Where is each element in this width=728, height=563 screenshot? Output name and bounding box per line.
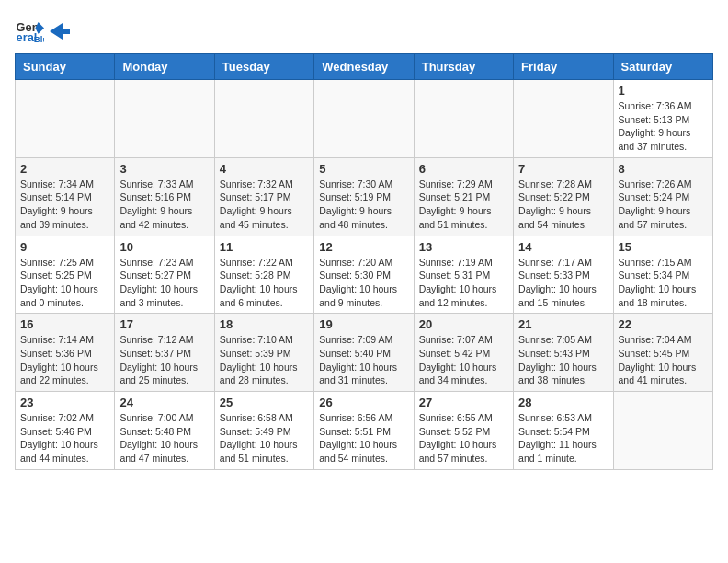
day-number: 6 — [419, 162, 508, 176]
day-number: 4 — [220, 162, 309, 176]
day-info: Sunrise: 6:56 AM Sunset: 5:51 PM Dayligh… — [319, 411, 408, 465]
calendar-cell — [16, 80, 115, 158]
day-info: Sunrise: 7:25 AM Sunset: 5:25 PM Dayligh… — [20, 256, 109, 310]
day-info: Sunrise: 7:34 AM Sunset: 5:14 PM Dayligh… — [20, 178, 109, 232]
calendar-cell: 15Sunrise: 7:15 AM Sunset: 5:34 PM Dayli… — [613, 236, 712, 314]
calendar-header-monday: Monday — [115, 54, 214, 80]
calendar-cell: 3Sunrise: 7:33 AM Sunset: 5:16 PM Daylig… — [115, 157, 214, 236]
day-number: 20 — [419, 317, 508, 331]
day-info: Sunrise: 6:58 AM Sunset: 5:49 PM Dayligh… — [220, 411, 309, 465]
calendar-header-thursday: Thursday — [414, 54, 513, 80]
calendar-cell: 6Sunrise: 7:29 AM Sunset: 5:21 PM Daylig… — [414, 157, 513, 236]
day-number: 13 — [419, 240, 508, 254]
day-number: 8 — [619, 162, 708, 176]
calendar-cell — [214, 80, 313, 158]
day-number: 7 — [518, 162, 608, 176]
calendar-cell: 10Sunrise: 7:23 AM Sunset: 5:27 PM Dayli… — [115, 236, 214, 314]
calendar-cell: 23Sunrise: 7:02 AM Sunset: 5:46 PM Dayli… — [16, 392, 115, 470]
calendar-cell: 2Sunrise: 7:34 AM Sunset: 5:14 PM Daylig… — [16, 157, 115, 236]
calendar-table: SundayMondayTuesdayWednesdayThursdayFrid… — [15, 53, 713, 470]
day-info: Sunrise: 7:14 AM Sunset: 5:36 PM Dayligh… — [20, 333, 109, 387]
day-info: Sunrise: 6:55 AM Sunset: 5:52 PM Dayligh… — [419, 411, 508, 465]
day-number: 10 — [119, 240, 209, 254]
day-info: Sunrise: 7:30 AM Sunset: 5:19 PM Dayligh… — [319, 178, 408, 232]
day-number: 21 — [518, 317, 608, 331]
page-header: Gen eral Blue — [15, 15, 713, 44]
day-number: 16 — [20, 317, 109, 331]
day-info: Sunrise: 7:36 AM Sunset: 5:13 PM Dayligh… — [619, 99, 708, 154]
day-info: Sunrise: 7:22 AM Sunset: 5:28 PM Dayligh… — [220, 256, 309, 310]
day-number: 19 — [319, 317, 408, 331]
day-info: Sunrise: 7:15 AM Sunset: 5:34 PM Dayligh… — [619, 256, 708, 310]
calendar-cell: 14Sunrise: 7:17 AM Sunset: 5:33 PM Dayli… — [514, 236, 613, 314]
day-number: 1 — [619, 84, 708, 98]
day-number: 5 — [319, 162, 408, 176]
day-info: Sunrise: 7:04 AM Sunset: 5:45 PM Dayligh… — [619, 333, 708, 387]
calendar-cell: 27Sunrise: 6:55 AM Sunset: 5:52 PM Dayli… — [414, 392, 513, 470]
calendar-cell: 13Sunrise: 7:19 AM Sunset: 5:31 PM Dayli… — [414, 236, 513, 314]
calendar-cell: 20Sunrise: 7:07 AM Sunset: 5:42 PM Dayli… — [414, 314, 513, 392]
day-info: Sunrise: 7:26 AM Sunset: 5:24 PM Dayligh… — [619, 178, 708, 232]
calendar-cell: 1Sunrise: 7:36 AM Sunset: 5:13 PM Daylig… — [613, 80, 712, 158]
day-number: 3 — [119, 162, 209, 176]
calendar-cell: 5Sunrise: 7:30 AM Sunset: 5:19 PM Daylig… — [314, 157, 414, 236]
day-number: 15 — [619, 240, 708, 254]
day-info: Sunrise: 7:02 AM Sunset: 5:46 PM Dayligh… — [20, 411, 109, 465]
day-info: Sunrise: 7:12 AM Sunset: 5:37 PM Dayligh… — [119, 333, 209, 387]
svg-text:Blue: Blue — [34, 34, 44, 44]
day-info: Sunrise: 6:53 AM Sunset: 5:54 PM Dayligh… — [518, 411, 608, 465]
day-number: 28 — [518, 396, 608, 409]
calendar-week-row: 23Sunrise: 7:02 AM Sunset: 5:46 PM Dayli… — [16, 392, 713, 470]
calendar-cell: 17Sunrise: 7:12 AM Sunset: 5:37 PM Dayli… — [115, 314, 214, 392]
calendar-cell — [115, 80, 214, 158]
day-info: Sunrise: 7:29 AM Sunset: 5:21 PM Dayligh… — [419, 178, 508, 232]
day-number: 14 — [518, 240, 608, 254]
calendar-cell: 7Sunrise: 7:28 AM Sunset: 5:22 PM Daylig… — [514, 157, 613, 236]
day-info: Sunrise: 7:05 AM Sunset: 5:43 PM Dayligh… — [518, 333, 608, 387]
day-number: 9 — [20, 240, 109, 254]
day-number: 22 — [619, 317, 708, 331]
calendar-week-row: 2Sunrise: 7:34 AM Sunset: 5:14 PM Daylig… — [16, 157, 713, 236]
calendar-week-row: 16Sunrise: 7:14 AM Sunset: 5:36 PM Dayli… — [16, 314, 713, 392]
calendar-cell — [314, 80, 414, 158]
calendar-header-row: SundayMondayTuesdayWednesdayThursdayFrid… — [16, 54, 713, 80]
calendar-cell: 8Sunrise: 7:26 AM Sunset: 5:24 PM Daylig… — [613, 157, 712, 236]
day-number: 27 — [419, 396, 508, 409]
day-info: Sunrise: 7:20 AM Sunset: 5:30 PM Dayligh… — [319, 256, 408, 310]
calendar-week-row: 1Sunrise: 7:36 AM Sunset: 5:13 PM Daylig… — [16, 80, 713, 158]
calendar-cell: 9Sunrise: 7:25 AM Sunset: 5:25 PM Daylig… — [16, 236, 115, 314]
calendar-cell — [514, 80, 613, 158]
svg-marker-4 — [50, 23, 70, 40]
day-info: Sunrise: 7:10 AM Sunset: 5:39 PM Dayligh… — [220, 333, 309, 387]
calendar-header-wednesday: Wednesday — [314, 54, 414, 80]
day-number: 17 — [119, 317, 209, 331]
calendar-cell: 21Sunrise: 7:05 AM Sunset: 5:43 PM Dayli… — [514, 314, 613, 392]
day-number: 26 — [319, 396, 408, 409]
calendar-header-sunday: Sunday — [16, 54, 115, 80]
day-info: Sunrise: 7:09 AM Sunset: 5:40 PM Dayligh… — [319, 333, 408, 387]
day-number: 12 — [319, 240, 408, 254]
calendar-header-tuesday: Tuesday — [214, 54, 313, 80]
day-number: 23 — [20, 396, 109, 409]
day-info: Sunrise: 7:23 AM Sunset: 5:27 PM Dayligh… — [119, 256, 209, 310]
calendar-cell: 19Sunrise: 7:09 AM Sunset: 5:40 PM Dayli… — [314, 314, 414, 392]
day-info: Sunrise: 7:07 AM Sunset: 5:42 PM Dayligh… — [419, 333, 508, 387]
calendar-cell: 12Sunrise: 7:20 AM Sunset: 5:30 PM Dayli… — [314, 236, 414, 314]
logo-arrow-icon — [50, 23, 70, 40]
day-info: Sunrise: 7:17 AM Sunset: 5:33 PM Dayligh… — [518, 256, 608, 310]
day-number: 25 — [220, 396, 309, 409]
day-info: Sunrise: 7:00 AM Sunset: 5:48 PM Dayligh… — [119, 411, 209, 465]
calendar-cell: 26Sunrise: 6:56 AM Sunset: 5:51 PM Dayli… — [314, 392, 414, 470]
day-info: Sunrise: 7:19 AM Sunset: 5:31 PM Dayligh… — [419, 256, 508, 310]
calendar-cell: 25Sunrise: 6:58 AM Sunset: 5:49 PM Dayli… — [214, 392, 313, 470]
day-info: Sunrise: 7:33 AM Sunset: 5:16 PM Dayligh… — [119, 178, 209, 232]
day-info: Sunrise: 7:28 AM Sunset: 5:22 PM Dayligh… — [518, 178, 608, 232]
day-number: 18 — [220, 317, 309, 331]
calendar-cell: 4Sunrise: 7:32 AM Sunset: 5:17 PM Daylig… — [214, 157, 313, 236]
calendar-cell: 24Sunrise: 7:00 AM Sunset: 5:48 PM Dayli… — [115, 392, 214, 470]
calendar-week-row: 9Sunrise: 7:25 AM Sunset: 5:25 PM Daylig… — [16, 236, 713, 314]
day-number: 24 — [119, 396, 209, 409]
day-number: 11 — [220, 240, 309, 254]
calendar-header-friday: Friday — [514, 54, 613, 80]
calendar-header-saturday: Saturday — [613, 54, 712, 80]
